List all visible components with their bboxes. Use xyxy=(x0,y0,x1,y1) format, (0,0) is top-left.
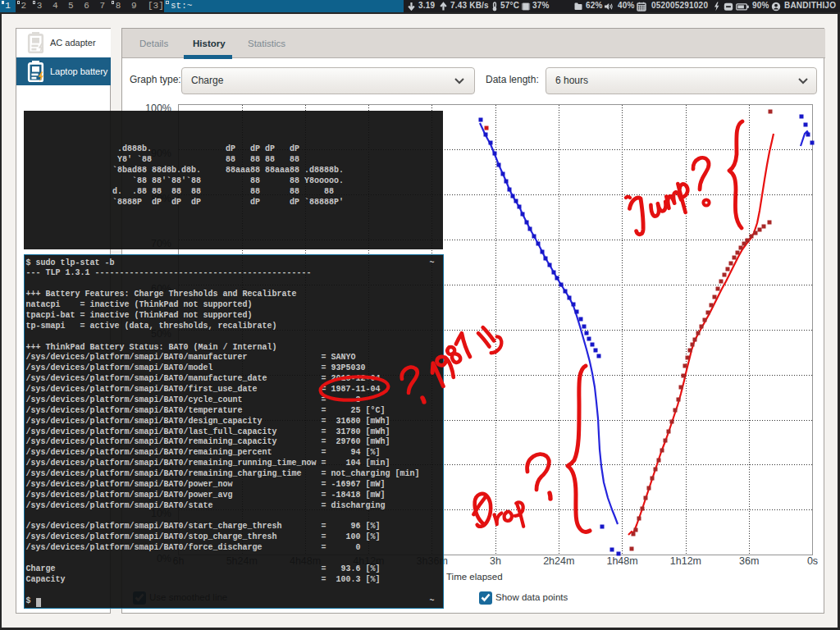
svg-text:2h24m: 2h24m xyxy=(543,555,574,567)
svg-text:0s: 0s xyxy=(807,555,818,567)
svg-text:3h: 3h xyxy=(490,555,501,567)
svg-text:1h48m: 1h48m xyxy=(606,555,637,567)
svg-text:36m: 36m xyxy=(739,555,759,567)
svg-text:Time elapsed: Time elapsed xyxy=(446,572,503,582)
svg-text:1h12m: 1h12m xyxy=(670,555,701,567)
